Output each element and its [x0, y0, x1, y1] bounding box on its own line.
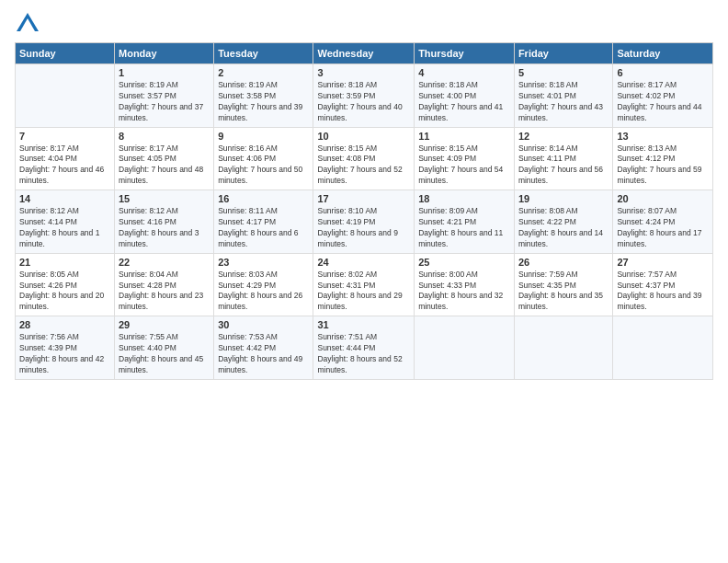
calendar-cell: 21Sunrise: 8:05 AMSunset: 4:26 PMDayligh…	[16, 253, 115, 316]
day-info: Sunrise: 8:04 AMSunset: 4:28 PMDaylight:…	[119, 270, 210, 314]
calendar-cell: 30Sunrise: 7:53 AMSunset: 4:42 PMDayligh…	[214, 316, 313, 380]
day-info: Sunrise: 8:18 AMSunset: 4:01 PMDaylight:…	[518, 80, 609, 124]
calendar-cell: 13Sunrise: 8:13 AMSunset: 4:12 PMDayligh…	[613, 127, 713, 190]
day-number: 1	[119, 67, 210, 78]
day-number: 27	[617, 257, 709, 268]
calendar-cell: 2Sunrise: 8:19 AMSunset: 3:58 PMDaylight…	[214, 64, 313, 128]
calendar-table: SundayMondayTuesdayWednesdayThursdayFrid…	[15, 42, 713, 380]
day-info: Sunrise: 7:59 AMSunset: 4:35 PMDaylight:…	[518, 270, 609, 314]
calendar-cell: 15Sunrise: 8:12 AMSunset: 4:16 PMDayligh…	[115, 190, 214, 254]
calendar-cell: 31Sunrise: 7:51 AMSunset: 4:44 PMDayligh…	[313, 316, 415, 380]
calendar-cell: 5Sunrise: 8:18 AMSunset: 4:01 PMDaylight…	[514, 64, 612, 128]
day-number: 10	[317, 131, 410, 142]
week-row-3: 14Sunrise: 8:12 AMSunset: 4:14 PMDayligh…	[16, 190, 713, 254]
day-info: Sunrise: 7:57 AMSunset: 4:37 PMDaylight:…	[617, 270, 709, 314]
day-number: 11	[418, 131, 510, 142]
calendar-cell	[613, 316, 713, 380]
header	[15, 11, 713, 37]
day-number: 4	[418, 67, 510, 78]
col-header-sunday: Sunday	[16, 43, 115, 64]
calendar-cell: 4Sunrise: 8:18 AMSunset: 4:00 PMDaylight…	[415, 64, 515, 128]
day-info: Sunrise: 8:17 AMSunset: 4:05 PMDaylight:…	[119, 144, 210, 188]
calendar-cell: 16Sunrise: 8:11 AMSunset: 4:17 PMDayligh…	[214, 190, 313, 254]
day-number: 12	[518, 131, 609, 142]
day-number: 9	[218, 131, 309, 142]
day-info: Sunrise: 8:16 AMSunset: 4:06 PMDaylight:…	[218, 144, 309, 188]
day-number: 30	[218, 319, 309, 330]
calendar-cell: 26Sunrise: 7:59 AMSunset: 4:35 PMDayligh…	[514, 253, 612, 316]
day-info: Sunrise: 8:03 AMSunset: 4:29 PMDaylight:…	[218, 270, 309, 314]
day-info: Sunrise: 8:07 AMSunset: 4:24 PMDaylight:…	[617, 206, 709, 250]
calendar-cell: 1Sunrise: 8:19 AMSunset: 3:57 PMDaylight…	[115, 64, 214, 128]
day-info: Sunrise: 8:12 AMSunset: 4:14 PMDaylight:…	[19, 206, 110, 250]
day-info: Sunrise: 7:55 AMSunset: 4:40 PMDaylight:…	[119, 332, 210, 376]
day-number: 18	[418, 193, 510, 204]
day-info: Sunrise: 8:14 AMSunset: 4:11 PMDaylight:…	[518, 144, 609, 188]
calendar-cell: 22Sunrise: 8:04 AMSunset: 4:28 PMDayligh…	[115, 253, 214, 316]
day-number: 21	[19, 257, 110, 268]
day-number: 6	[617, 67, 709, 78]
day-number: 7	[19, 131, 110, 142]
day-number: 13	[617, 131, 709, 142]
calendar-cell: 11Sunrise: 8:15 AMSunset: 4:09 PMDayligh…	[415, 127, 515, 190]
day-info: Sunrise: 8:18 AMSunset: 4:00 PMDaylight:…	[418, 80, 510, 124]
logo	[15, 11, 44, 37]
day-number: 29	[119, 319, 210, 330]
day-number: 17	[317, 193, 410, 204]
day-number: 25	[418, 257, 510, 268]
calendar-cell: 10Sunrise: 8:15 AMSunset: 4:08 PMDayligh…	[313, 127, 415, 190]
day-number: 26	[518, 257, 609, 268]
col-header-tuesday: Tuesday	[214, 43, 313, 64]
calendar-cell: 28Sunrise: 7:56 AMSunset: 4:39 PMDayligh…	[16, 316, 115, 380]
col-header-monday: Monday	[115, 43, 214, 64]
calendar-cell: 9Sunrise: 8:16 AMSunset: 4:06 PMDaylight…	[214, 127, 313, 190]
calendar-cell: 20Sunrise: 8:07 AMSunset: 4:24 PMDayligh…	[613, 190, 713, 254]
col-header-wednesday: Wednesday	[313, 43, 415, 64]
week-row-5: 28Sunrise: 7:56 AMSunset: 4:39 PMDayligh…	[16, 316, 713, 380]
header-row: SundayMondayTuesdayWednesdayThursdayFrid…	[16, 43, 713, 64]
day-info: Sunrise: 7:51 AMSunset: 4:44 PMDaylight:…	[317, 332, 410, 376]
day-info: Sunrise: 8:13 AMSunset: 4:12 PMDaylight:…	[617, 144, 709, 188]
day-info: Sunrise: 8:12 AMSunset: 4:16 PMDaylight:…	[119, 206, 210, 250]
calendar-cell: 29Sunrise: 7:55 AMSunset: 4:40 PMDayligh…	[115, 316, 214, 380]
calendar-cell: 25Sunrise: 8:00 AMSunset: 4:33 PMDayligh…	[415, 253, 515, 316]
day-number: 8	[119, 131, 210, 142]
calendar-cell: 14Sunrise: 8:12 AMSunset: 4:14 PMDayligh…	[16, 190, 115, 254]
day-number: 20	[617, 193, 709, 204]
day-info: Sunrise: 8:19 AMSunset: 3:58 PMDaylight:…	[218, 80, 309, 124]
calendar-cell: 18Sunrise: 8:09 AMSunset: 4:21 PMDayligh…	[415, 190, 515, 254]
day-number: 28	[19, 319, 110, 330]
day-info: Sunrise: 8:11 AMSunset: 4:17 PMDaylight:…	[218, 206, 309, 250]
day-info: Sunrise: 8:18 AMSunset: 3:59 PMDaylight:…	[317, 80, 410, 124]
day-info: Sunrise: 8:09 AMSunset: 4:21 PMDaylight:…	[418, 206, 510, 250]
day-info: Sunrise: 8:15 AMSunset: 4:09 PMDaylight:…	[418, 144, 510, 188]
calendar-cell: 8Sunrise: 8:17 AMSunset: 4:05 PMDaylight…	[115, 127, 214, 190]
day-info: Sunrise: 8:05 AMSunset: 4:26 PMDaylight:…	[19, 270, 110, 314]
logo-icon	[15, 11, 40, 37]
calendar-cell: 3Sunrise: 8:18 AMSunset: 3:59 PMDaylight…	[313, 64, 415, 128]
day-number: 15	[119, 193, 210, 204]
calendar-cell: 17Sunrise: 8:10 AMSunset: 4:19 PMDayligh…	[313, 190, 415, 254]
day-number: 24	[317, 257, 410, 268]
calendar-cell	[514, 316, 612, 380]
calendar-cell: 24Sunrise: 8:02 AMSunset: 4:31 PMDayligh…	[313, 253, 415, 316]
day-number: 31	[317, 319, 410, 330]
calendar-cell	[415, 316, 515, 380]
col-header-thursday: Thursday	[415, 43, 515, 64]
week-row-1: 1Sunrise: 8:19 AMSunset: 3:57 PMDaylight…	[16, 64, 713, 128]
day-info: Sunrise: 8:17 AMSunset: 4:02 PMDaylight:…	[617, 80, 709, 124]
day-info: Sunrise: 8:00 AMSunset: 4:33 PMDaylight:…	[418, 270, 510, 314]
col-header-friday: Friday	[514, 43, 612, 64]
calendar-cell	[16, 64, 115, 128]
calendar-cell: 12Sunrise: 8:14 AMSunset: 4:11 PMDayligh…	[514, 127, 612, 190]
calendar-cell: 6Sunrise: 8:17 AMSunset: 4:02 PMDaylight…	[613, 64, 713, 128]
week-row-2: 7Sunrise: 8:17 AMSunset: 4:04 PMDaylight…	[16, 127, 713, 190]
day-number: 22	[119, 257, 210, 268]
calendar-cell: 7Sunrise: 8:17 AMSunset: 4:04 PMDaylight…	[16, 127, 115, 190]
day-info: Sunrise: 8:15 AMSunset: 4:08 PMDaylight:…	[317, 144, 410, 188]
day-number: 3	[317, 67, 410, 78]
week-row-4: 21Sunrise: 8:05 AMSunset: 4:26 PMDayligh…	[16, 253, 713, 316]
col-header-saturday: Saturday	[613, 43, 713, 64]
day-info: Sunrise: 7:56 AMSunset: 4:39 PMDaylight:…	[19, 332, 110, 376]
page: SundayMondayTuesdayWednesdayThursdayFrid…	[0, 0, 728, 563]
